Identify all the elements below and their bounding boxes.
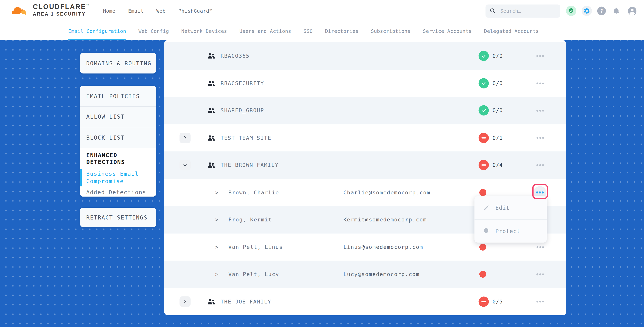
group-icon: [208, 162, 215, 168]
menu-item-edit[interactable]: Edit: [474, 196, 547, 219]
minus-icon: [481, 164, 486, 166]
protection-status-button[interactable]: [566, 6, 576, 16]
settings-button[interactable]: [582, 6, 592, 16]
tab-service-accounts[interactable]: Service Accounts: [423, 22, 472, 40]
protection-count: 0/0: [492, 80, 503, 86]
app-header: CLOUDFLARE ® AREA 1 SECURITY Home Email …: [0, 0, 644, 22]
check-icon: [481, 80, 486, 86]
member-name: Van Pelt, Linus: [228, 244, 283, 250]
member-caret: >: [215, 189, 218, 196]
tab-network-devices[interactable]: Network Devices: [181, 22, 227, 40]
status-alert-badge: [478, 297, 489, 307]
expand-row-button[interactable]: [180, 296, 191, 307]
table-row-group: TEST TEAM SITE 0/1: [164, 124, 566, 151]
table-row-group: THE BROWN FAMILY 0/4: [164, 151, 566, 179]
tab-delegated-accounts[interactable]: Delegated Accounts: [484, 22, 539, 40]
cloudflare-logo[interactable]: CLOUDFLARE ® AREA 1 SECURITY: [11, 3, 89, 19]
search-input[interactable]: [500, 7, 553, 14]
shield-icon: [483, 228, 490, 235]
sidebar-item-retract-settings[interactable]: RETRACT SETTINGS: [80, 208, 156, 227]
bell-icon: [612, 7, 620, 15]
nav-home[interactable]: Home: [103, 8, 116, 14]
menu-item-protect[interactable]: Protect: [474, 219, 547, 242]
member-email: Charlie@somedemocorp.com: [344, 189, 430, 196]
group-icon: [208, 135, 215, 141]
collapse-row-button[interactable]: [180, 160, 191, 171]
search-icon: [490, 8, 496, 14]
row-actions-button[interactable]: [534, 50, 546, 62]
tab-users-and-actions[interactable]: Users and Actions: [239, 22, 291, 40]
protection-count: 0/4: [492, 162, 503, 168]
member-caret: >: [215, 217, 218, 223]
gear-icon: [583, 7, 590, 14]
member-email: Lucy@somedemocorp.com: [344, 271, 420, 278]
sidebar-item-allow-list[interactable]: ALLOW LIST: [80, 106, 156, 127]
group-icon: [208, 53, 215, 59]
protection-count: 0/0: [492, 107, 503, 114]
tab-web-config[interactable]: Web Config: [138, 22, 169, 40]
sidebar-item-email-policies[interactable]: EMAIL POLICIES: [80, 86, 156, 106]
menu-label: Edit: [495, 204, 510, 211]
registered-mark: ®: [86, 3, 89, 6]
member-email: Kermit@somedemocorp.com: [344, 217, 427, 223]
tab-directories[interactable]: Directories: [325, 22, 358, 40]
notifications-button[interactable]: [611, 6, 622, 16]
nav-phishguard[interactable]: PhishGuard™: [178, 8, 212, 14]
config-tab-bar: Email Configuration Web Config Network D…: [0, 22, 644, 40]
tab-sso[interactable]: SSO: [304, 22, 313, 40]
group-name: THE JOE FAMILY: [221, 299, 272, 305]
sidebar-section-enhanced-detections: ENHANCED DETECTIONS Business Email Compr…: [80, 148, 156, 196]
sidebar-label: EMAIL POLICIES: [80, 93, 140, 99]
member-name: Van Pelt, Lucy: [228, 271, 279, 278]
protection-count: 0/1: [492, 135, 503, 141]
brand-name: CLOUDFLARE: [33, 3, 86, 10]
tab-subscriptions[interactable]: Subscriptions: [371, 22, 410, 40]
member-name: Frog, Kermit: [228, 217, 272, 223]
app-root: CLOUDFLARE ® AREA 1 SECURITY Home Email …: [0, 0, 644, 327]
sidebar-label: BLOCK LIST: [80, 134, 125, 141]
status-alert-dot: [480, 243, 486, 250]
groups-table-panel: RBACO365 0/0 RBACSECURITY 0/0: [164, 40, 566, 315]
table-row-group: RBACO365 0/0: [164, 42, 566, 69]
status-alert-dot: [480, 271, 486, 278]
row-actions-menu: Edit Protect: [474, 196, 547, 243]
row-actions-button[interactable]: [534, 77, 546, 89]
chevron-down-icon: [183, 163, 187, 167]
chevron-right-icon: [183, 135, 187, 140]
menu-label: Protect: [495, 228, 520, 234]
row-actions-button[interactable]: [534, 269, 546, 280]
group-name: SHARED_GROUP: [221, 107, 264, 114]
tab-email-configuration[interactable]: Email Configuration: [68, 22, 126, 40]
header-right: ?: [486, 4, 637, 17]
group-name: RBACSECURITY: [221, 80, 264, 86]
status-ok-badge: [478, 51, 489, 61]
group-name: THE BROWN FAMILY: [221, 162, 278, 168]
status-alert-dot: [480, 189, 486, 196]
table-row-group: RBACSECURITY 0/0: [164, 70, 566, 97]
group-icon: [208, 107, 215, 114]
search-box[interactable]: [486, 4, 560, 17]
question-icon: ?: [600, 8, 603, 14]
check-icon: [481, 108, 486, 113]
table-row-group: THE JOE FAMILY 0/5: [164, 288, 566, 315]
expand-row-button[interactable]: [180, 132, 191, 143]
status-alert-badge: [478, 133, 489, 143]
row-actions-button[interactable]: [534, 132, 546, 143]
shield-check-icon: [568, 7, 575, 14]
help-button[interactable]: ?: [597, 6, 606, 15]
protection-count: 0/0: [492, 53, 503, 59]
sidebar-item-added-detections[interactable]: Added Detections: [80, 189, 156, 195]
sidebar-label: ALLOW LIST: [80, 113, 125, 120]
sidebar-item-business-email-compromise[interactable]: Business Email Compromise: [80, 170, 156, 185]
sidebar-item-block-list[interactable]: BLOCK LIST: [80, 127, 156, 148]
member-caret: >: [215, 271, 218, 278]
row-actions-button[interactable]: [534, 159, 546, 171]
row-actions-button[interactable]: [534, 241, 546, 253]
row-actions-button[interactable]: [534, 105, 546, 116]
sidebar-item-enhanced-detections[interactable]: ENHANCED DETECTIONS: [80, 152, 142, 166]
nav-email[interactable]: Email: [128, 8, 144, 14]
sidebar-item-domains-routing[interactable]: DOMAINS & ROUTING: [80, 53, 156, 73]
account-button[interactable]: [627, 6, 637, 16]
nav-web[interactable]: Web: [156, 8, 166, 14]
row-actions-button[interactable]: [534, 296, 546, 307]
